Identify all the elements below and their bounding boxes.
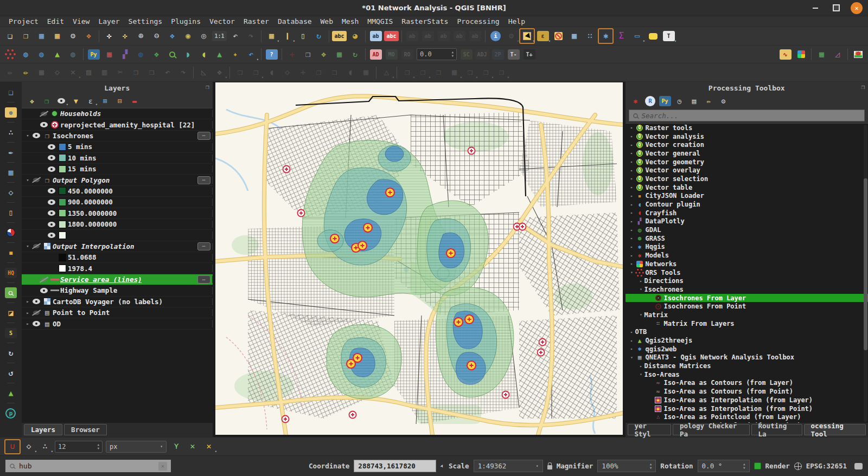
- dropdown-arrow-icon[interactable]: ▾: [79, 76, 81, 80]
- python-console-button[interactable]: Py: [86, 47, 101, 62]
- digitize-tool-2-button[interactable]: ❒▾: [248, 65, 263, 80]
- dropdown-arrow-icon[interactable]: ▾: [277, 40, 279, 43]
- dropdown-arrow-icon[interactable]: ▾: [261, 76, 264, 80]
- dropdown-arrow-icon[interactable]: ▾: [507, 76, 509, 80]
- proc-row-selected[interactable]: Isochrones From Layer: [626, 294, 868, 303]
- proc-row[interactable]: Isochrones From Point: [626, 302, 868, 311]
- expander-icon[interactable]: ▸: [629, 134, 635, 139]
- expander-icon[interactable]: ▸: [638, 279, 644, 284]
- dropdown-arrow-icon[interactable]: ▾: [674, 40, 676, 43]
- osm-downloader-button[interactable]: ◍: [3, 105, 18, 119]
- dropdown-arrow-icon[interactable]: ▾: [51, 450, 53, 454]
- label-tool-4-button[interactable]: ab: [452, 29, 467, 43]
- proc-row[interactable]: ▸◖Crayfish: [626, 209, 868, 217]
- expander-icon[interactable]: ▸: [629, 210, 635, 215]
- expander-icon[interactable]: ▸: [629, 338, 635, 343]
- snap-on-intersection-button[interactable]: ✕: [185, 440, 200, 454]
- cut-features-button[interactable]: ✂: [113, 65, 127, 80]
- open-attribute-table-button[interactable]: ▦: [567, 29, 582, 43]
- processing-panel-float-icon[interactable]: ❐: [861, 83, 865, 91]
- contour-plugin-button[interactable]: ◖: [196, 47, 211, 62]
- layer-row[interactable]: 51.0688: [22, 252, 213, 263]
- expander-icon[interactable]: ▾: [24, 133, 31, 138]
- histogram-tool-button[interactable]: [851, 47, 865, 62]
- new-bookmark-button[interactable]: ❙▾: [280, 29, 295, 43]
- dock-tab[interactable]: yer Styl: [628, 424, 671, 435]
- lock-scale-icon[interactable]: [547, 465, 552, 469]
- digitize-tool-14-button[interactable]: ▦▾: [447, 65, 462, 80]
- collapse-all-button[interactable]: ⊟: [113, 95, 126, 107]
- digitize-tool-10-button[interactable]: △▾: [379, 65, 394, 80]
- style-manager-button[interactable]: ❖: [81, 29, 96, 43]
- measure-button[interactable]: ▭▾: [630, 29, 644, 43]
- remove-layer-button[interactable]: ▬: [128, 95, 141, 107]
- zoom-to-layer-button[interactable]: ◎: [196, 29, 211, 43]
- table-tool-button[interactable]: ▦: [332, 47, 347, 62]
- snapping-mode-button[interactable]: ◇▾: [21, 440, 36, 454]
- field-calculator-button[interactable]: ∷: [583, 29, 597, 43]
- expander-icon[interactable]: ▸: [629, 168, 635, 173]
- snapping-units-select[interactable]: px▾: [105, 440, 168, 454]
- refresh-plugin-button[interactable]: ↻: [3, 346, 18, 360]
- proc-row[interactable]: ▸QVector table: [626, 183, 868, 192]
- label-chart-button[interactable]: ◕: [348, 29, 362, 43]
- data-source-manager-button[interactable]: ❏: [3, 85, 18, 99]
- crs-value[interactable]: EPSG:32651: [806, 462, 847, 470]
- expander-icon[interactable]: ▸: [629, 125, 635, 130]
- undo-plugin-button[interactable]: ↺: [3, 366, 18, 380]
- layer-row[interactable]: 15 mins: [22, 164, 213, 175]
- show-bookmarks-button[interactable]: ▯: [296, 29, 310, 43]
- visibility-toggle[interactable]: [40, 276, 48, 284]
- undo-edit-button[interactable]: ↶: [160, 65, 175, 80]
- menu-layer[interactable]: Layer: [94, 16, 124, 27]
- profile-plot-button[interactable]: ◿: [830, 47, 845, 62]
- manage-map-themes-button[interactable]: ▾: [55, 95, 68, 107]
- layer-row[interactable]: [22, 230, 213, 241]
- search-layers-button[interactable]: [165, 47, 180, 62]
- paste-features-button[interactable]: ❒: [144, 65, 159, 80]
- layer-row[interactable]: reprojected_amenity_hospital [22]: [22, 119, 213, 130]
- adj-button[interactable]: ADJ: [475, 47, 489, 62]
- proc-row[interactable]: Iso-Area as Interpolation (from Layer): [626, 396, 868, 404]
- layer-row[interactable]: 1350.0000000: [22, 208, 213, 219]
- proc-row[interactable]: ▸QVector general: [626, 149, 868, 158]
- proc-row[interactable]: ∴Iso-Area as Pointcloud (from Layer): [626, 413, 868, 421]
- proc-row[interactable]: ▾Matrix: [626, 311, 868, 319]
- mo-button[interactable]: MO: [384, 47, 399, 62]
- expander-icon[interactable]: ▾: [24, 177, 31, 183]
- dropdown-arrow-icon[interactable]: ▾: [429, 76, 431, 80]
- proc-row[interactable]: ▾ORS Tools: [626, 268, 868, 277]
- flag-sphere-plugin-button[interactable]: [3, 226, 18, 240]
- refresh-attribute-table-button[interactable]: ↻: [348, 47, 362, 62]
- visibility-toggle[interactable]: [32, 176, 41, 184]
- visibility-toggle[interactable]: [47, 187, 56, 195]
- proc-row[interactable]: ▸▪CityJSON Loader: [626, 192, 868, 201]
- mmqgis-grid-button[interactable]: ▦: [102, 47, 117, 62]
- layer-row[interactable]: 1800.0000000: [22, 219, 213, 230]
- profile-tool-button[interactable]: ∿: [778, 47, 793, 62]
- r-scripts-button[interactable]: R: [644, 95, 657, 107]
- map-tips-button[interactable]: [646, 29, 660, 43]
- undo-style-button[interactable]: ↶▾: [244, 47, 258, 62]
- proc-row[interactable]: ▸OTB: [626, 328, 868, 337]
- menu-database[interactable]: Database: [273, 16, 316, 27]
- expander-icon[interactable]: ▸: [638, 364, 644, 369]
- expander-icon[interactable]: ▸: [629, 228, 635, 233]
- digitize-tool-15-button[interactable]: ❒▾: [463, 65, 477, 80]
- layer-row[interactable]: ▸▤OD: [22, 318, 213, 329]
- zoom-last-button[interactable]: ↶: [228, 29, 242, 43]
- layer-indicator-badge[interactable]: ⋯: [197, 275, 210, 284]
- add-web-layer-button[interactable]: ◍: [18, 47, 33, 62]
- crosshair-tool-button[interactable]: ✛: [285, 47, 299, 62]
- network-nodes-plugin-button[interactable]: ∴: [3, 125, 18, 139]
- chart-dots-plugin-button[interactable]: ▪: [3, 246, 18, 260]
- dropdown-arrow-icon[interactable]: ▾: [643, 40, 645, 43]
- layer-row[interactable]: ▾❐Isochrones⋯: [22, 131, 213, 141]
- panel-tab[interactable]: Layers: [24, 424, 62, 435]
- advanced-digitizing-button[interactable]: ◺: [196, 65, 211, 80]
- osm-place-search-button[interactable]: ◍: [66, 47, 80, 62]
- copy-features-button[interactable]: ❐: [129, 65, 143, 80]
- layer-row[interactable]: ▸▤Point to Point: [22, 307, 213, 318]
- t-plus-button[interactable]: T+: [522, 47, 537, 62]
- proc-row[interactable]: ∴Iso-Area as Pointcloud (from Point): [626, 421, 868, 423]
